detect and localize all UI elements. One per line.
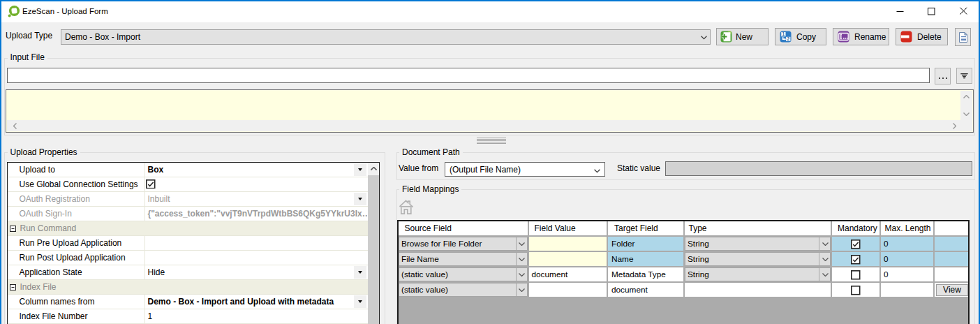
svg-text:1: 1 xyxy=(782,31,785,36)
svg-text:2: 2 xyxy=(787,36,789,41)
